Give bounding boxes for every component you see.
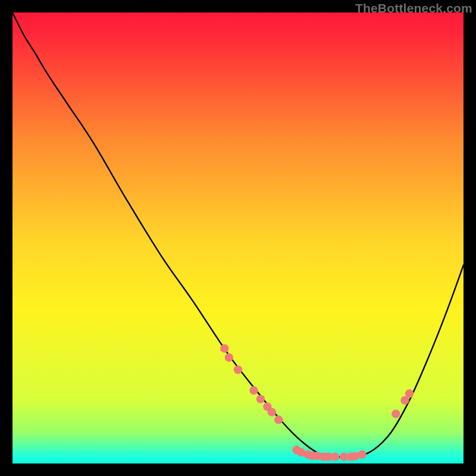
data-marker	[268, 408, 276, 416]
data-marker	[358, 450, 366, 459]
data-marker	[331, 452, 339, 461]
data-marker	[274, 415, 283, 424]
data-marker	[392, 409, 400, 418]
data-marker	[234, 365, 242, 374]
data-marker	[256, 394, 265, 403]
data-marker	[405, 389, 414, 397]
data-marker	[249, 386, 258, 394]
gradient-background	[12, 12, 464, 464]
watermark-text: TheBottleneck.com	[355, 1, 472, 15]
chart-container: TheBottleneck.com	[0, 0, 476, 476]
bottleneck-curve-chart	[12, 12, 464, 464]
data-marker	[220, 345, 228, 353]
data-marker	[225, 353, 233, 362]
